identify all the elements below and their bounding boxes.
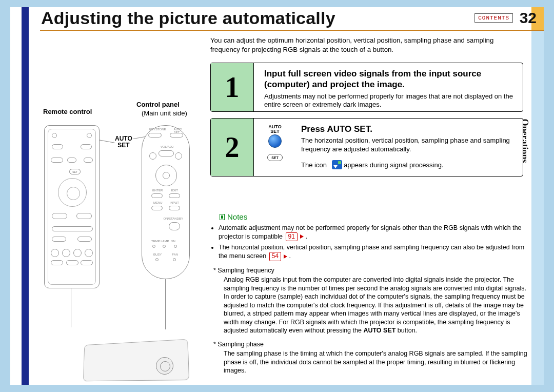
manual-page: Operations Adjusting the picture automat…: [10, 7, 544, 385]
notes-bullet-1: Automatic adjustment may not be performe…: [219, 224, 531, 241]
header-rule: [40, 30, 544, 31]
notes-bullet-icon: [220, 214, 225, 220]
connector-line-remote: [71, 288, 71, 327]
notes-heading-text: Notes: [227, 212, 247, 221]
step-1-box: 1 Input full screen video signals from t…: [210, 63, 523, 112]
arrow-icon: [300, 234, 304, 239]
connector-line-cpanel: [165, 279, 166, 329]
step-2-body-line1: The horizontal position, vertical positi…: [301, 136, 518, 154]
step-2-body-line2a: The icon: [301, 161, 327, 169]
step-2-box: 2 AUTO SET SET Press AUTO SET. The horiz…: [210, 118, 523, 177]
left-spine: [22, 7, 29, 385]
contents-button[interactable]: CONTENTS: [474, 13, 513, 23]
remote-control-icon: SET: [44, 125, 100, 288]
sampling-phase-head: * Sampling phase: [213, 340, 531, 349]
page-title: Adjusting the picture automatically: [41, 8, 335, 28]
control-panel-label: Control panel: [136, 101, 180, 108]
step-2-number: 2: [211, 119, 254, 176]
step-2-body-line2b: appears during signal processing.: [344, 161, 443, 169]
notes-body: Automatic adjustment may not be performe…: [211, 223, 531, 375]
arrow-icon: [284, 254, 287, 259]
step-2-title: Press AUTO SET.: [301, 124, 518, 134]
sampling-frequency-body: Analog RGB signals input from the comput…: [224, 276, 531, 335]
notes-heading: Notes: [220, 212, 247, 221]
step-1-body: Adjustments may not be performed properl…: [264, 92, 518, 110]
projector-icon: [69, 327, 197, 392]
page-number: 32: [520, 9, 537, 27]
remote-set-button: SET: [69, 169, 81, 174]
sampling-phase-body: The sampling phase is the timing at whic…: [224, 349, 531, 375]
page-ref-91[interactable]: 91: [286, 232, 298, 242]
control-panel-icon: KEYSTONE AUTOSET VOL/ADJ ENTER EXIT MENU…: [142, 125, 190, 279]
intro-paragraph: You can adjust the optimum horizontal po…: [210, 36, 523, 54]
auto-set-callout-label: AUTO SET: [115, 135, 132, 148]
remote-control-label: Remote control: [43, 108, 92, 115]
notes-bullet-2: The horizontal position, vertical positi…: [219, 243, 531, 261]
sampling-frequency-head: * Sampling frequency: [213, 266, 531, 275]
step-1-number: 1: [211, 63, 254, 111]
processing-icon: [332, 160, 342, 169]
auto-set-line2: SET: [117, 142, 129, 149]
step-1-title: Input full screen video signals from the…: [264, 68, 518, 90]
page-ref-54[interactable]: 54: [269, 252, 281, 261]
control-panel-sublabel: (Main unit side): [142, 109, 187, 117]
